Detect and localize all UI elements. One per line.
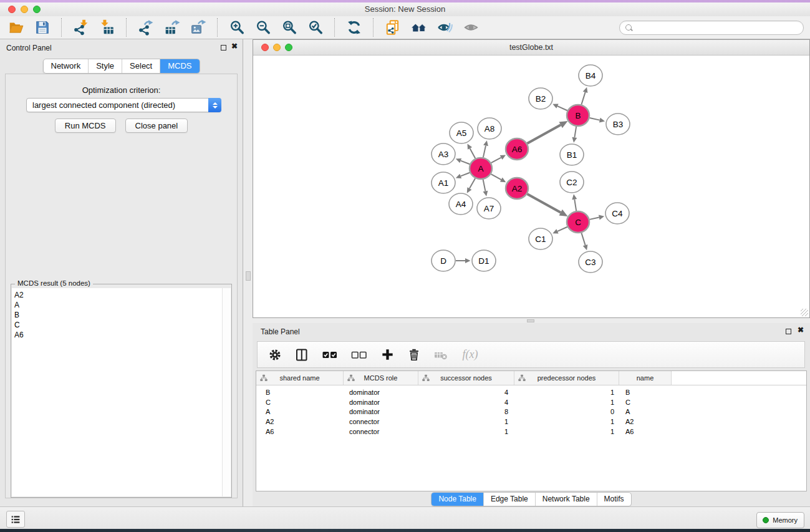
horizontal-splitter-grip[interactable]	[527, 319, 534, 322]
table-row[interactable]: A6connector11A6	[256, 427, 806, 437]
graph-node-B4[interactable]: B4	[579, 65, 602, 86]
memory-button[interactable]: Memory	[756, 512, 804, 528]
float-table-panel-icon[interactable]	[786, 329, 791, 334]
tab-network[interactable]: Network	[43, 59, 89, 73]
graph-node-A7[interactable]: A7	[477, 198, 501, 219]
graph-edge-A6-B[interactable]	[527, 125, 561, 143]
column-header-MCDS-role[interactable]: MCDS role	[344, 371, 418, 385]
graph-edge-A-A6[interactable]	[491, 158, 501, 163]
criterion-dropdown[interactable]: largest connected component (directed)	[26, 98, 221, 112]
mcds-result-item[interactable]: A6	[12, 330, 231, 340]
column-header-successor-nodes[interactable]: successor nodes	[418, 371, 514, 385]
graph-node-C[interactable]: C	[567, 211, 589, 233]
export-image-button[interactable]	[189, 18, 208, 37]
show-hide-annotations-button[interactable]	[462, 18, 481, 37]
export-network-button[interactable]	[137, 18, 155, 37]
mcds-result-item[interactable]: A2	[12, 288, 231, 300]
show-graphics-details-button[interactable]	[436, 18, 455, 37]
graph-node-A1[interactable]: A1	[432, 172, 455, 193]
graph-edge-A-A3[interactable]	[461, 161, 470, 165]
network-canvas[interactable]: B4B2BB3A5A8A6A3B1AA1C2A2A4A7C4CC1C3DD1	[253, 56, 809, 317]
graph-node-D[interactable]: D	[432, 250, 455, 271]
window-resize-grip[interactable]	[801, 309, 808, 316]
graph-node-A2[interactable]: A2	[506, 178, 528, 199]
graph-node-A[interactable]: A	[470, 158, 492, 179]
column-header-shared-name[interactable]: shared name	[256, 371, 344, 385]
graph-node-A6[interactable]: A6	[506, 138, 528, 160]
graph-node-B2[interactable]: B2	[529, 88, 552, 109]
table-row[interactable]: Adominator80A	[256, 407, 806, 417]
zoom-fit-button[interactable]	[280, 18, 299, 37]
open-session-button[interactable]	[7, 18, 26, 37]
search-input[interactable]	[636, 22, 798, 34]
float-panel-icon[interactable]	[221, 45, 226, 51]
tab-mcds[interactable]: MCDS	[160, 59, 199, 73]
graph-edge-C-C1[interactable]	[557, 227, 567, 231]
graph-node-A3[interactable]: A3	[432, 143, 455, 165]
graph-node-B[interactable]: B	[567, 105, 589, 126]
graph-node-C4[interactable]: C4	[605, 203, 629, 224]
graph-node-A5[interactable]: A5	[450, 122, 473, 143]
graph-edge-C-C3[interactable]	[581, 233, 585, 245]
table-row[interactable]: Cdominator41C	[256, 397, 806, 407]
close-panel-button[interactable]: Close panel	[125, 118, 188, 133]
mcds-result-item[interactable]: C	[12, 320, 231, 330]
graph-node-B3[interactable]: B3	[606, 114, 630, 135]
tab-motifs[interactable]: Motifs	[597, 493, 631, 506]
graph-edge-C-C4[interactable]	[589, 217, 599, 219]
import-network-button[interactable]	[72, 18, 90, 37]
delete-table-icon[interactable]	[433, 347, 449, 363]
table-row[interactable]: Bdominator41B	[256, 387, 806, 397]
graph-edge-B-B2[interactable]	[557, 106, 567, 110]
unselect-all-icon[interactable]	[350, 347, 369, 363]
save-session-button[interactable]	[33, 18, 52, 37]
graph-edge-A-A4[interactable]	[470, 178, 475, 188]
graph-edge-A-A5[interactable]	[470, 148, 476, 158]
graph-node-C3[interactable]: C3	[579, 251, 602, 273]
graph-node-B1[interactable]: B1	[560, 144, 584, 165]
mcds-result-item[interactable]: A	[12, 300, 231, 310]
graph-node-C2[interactable]: C2	[560, 172, 584, 193]
select-all-icon[interactable]	[321, 347, 339, 363]
zoom-in-button[interactable]	[228, 18, 246, 37]
graph-edge-A-A7[interactable]	[483, 180, 486, 191]
run-mcds-button[interactable]: Run MCDS	[55, 118, 116, 133]
graph-edge-C-C2[interactable]	[574, 200, 576, 211]
reset-view-button[interactable]	[410, 18, 428, 37]
graph-edge-A-A8[interactable]	[483, 145, 486, 157]
graph-node-A8[interactable]: A8	[478, 118, 501, 139]
close-table-panel-icon[interactable]: ✖	[798, 326, 804, 334]
import-table-button[interactable]	[98, 18, 117, 37]
graph-edge-A-A2[interactable]	[491, 174, 501, 180]
graph-edge-B-B4[interactable]	[581, 92, 585, 105]
column-header-name[interactable]: name	[619, 371, 672, 385]
tab-edge-table[interactable]: Edge Table	[484, 493, 536, 506]
add-column-plus-icon[interactable]	[379, 347, 395, 363]
function-builder-icon[interactable]: f(x)	[460, 347, 481, 363]
column-header-predecessor-nodes[interactable]: predecessor nodes	[514, 371, 619, 385]
graph-edge-A2-C[interactable]	[527, 194, 561, 213]
delete-columns-trash-icon[interactable]	[406, 347, 422, 363]
panels-list-button[interactable]	[6, 511, 25, 528]
graph-node-A4[interactable]: A4	[449, 193, 473, 215]
close-panel-icon[interactable]: ✖	[231, 42, 238, 51]
graph-edge-B-B3[interactable]	[590, 118, 600, 120]
graph-edge-A-A1[interactable]	[461, 173, 470, 177]
graph-node-C1[interactable]: C1	[529, 228, 552, 249]
tab-style[interactable]: Style	[89, 59, 122, 73]
show-columns-icon[interactable]	[294, 347, 310, 363]
export-table-button[interactable]	[163, 18, 181, 37]
mcds-result-item[interactable]: B	[12, 310, 231, 320]
tab-network-table[interactable]: Network Table	[536, 493, 597, 506]
zoom-selected-button[interactable]	[306, 18, 325, 37]
tab-select[interactable]: Select	[122, 59, 160, 73]
clone-network-button[interactable]	[383, 18, 402, 37]
graph-edge-B-B1[interactable]	[574, 127, 576, 138]
vertical-splitter-grip[interactable]	[246, 271, 251, 281]
apply-layout-button[interactable]	[345, 18, 364, 37]
graph-node-D1[interactable]: D1	[472, 250, 496, 271]
table-row[interactable]: A2connector11A2	[256, 417, 806, 427]
zoom-out-button[interactable]	[254, 18, 272, 37]
table-options-gear-icon[interactable]	[267, 347, 283, 363]
tab-node-table[interactable]: Node Table	[432, 493, 484, 506]
